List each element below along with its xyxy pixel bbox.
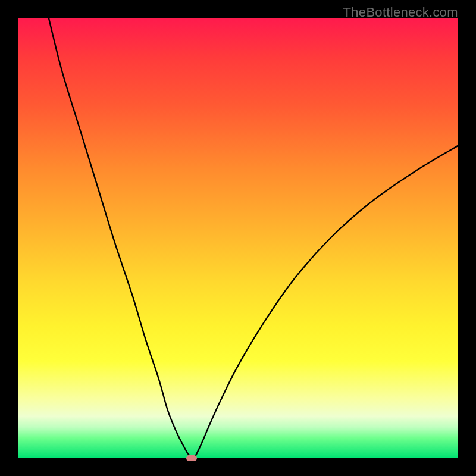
minimum-marker [186, 455, 197, 461]
watermark-text: TheBottleneck.com [343, 5, 458, 20]
bottleneck-curve [18, 18, 458, 458]
curve-right-branch [194, 146, 458, 458]
curve-left-branch [49, 18, 193, 458]
chart-plot-area [18, 18, 458, 458]
